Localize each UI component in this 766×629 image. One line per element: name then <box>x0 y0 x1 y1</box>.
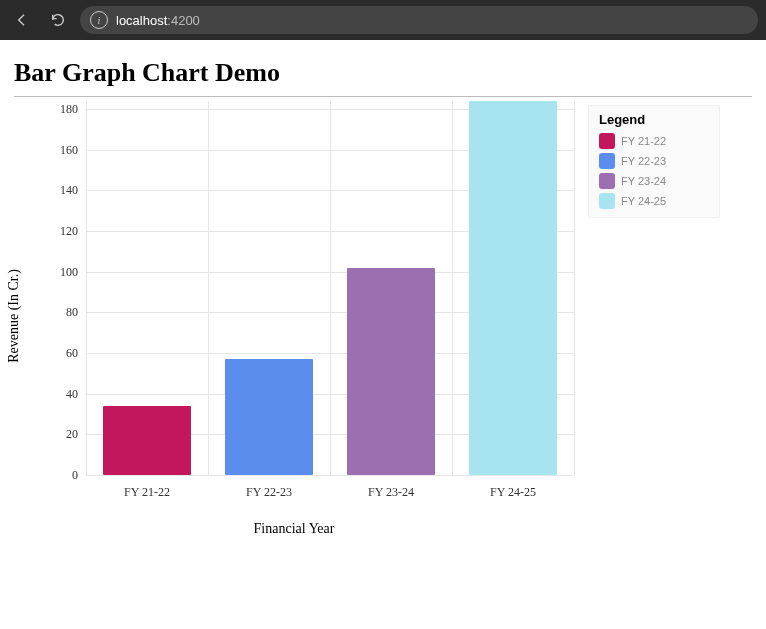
legend-item[interactable]: FY 24-25 <box>599 191 709 211</box>
legend-item[interactable]: FY 21-22 <box>599 131 709 151</box>
legend-swatch <box>599 173 615 189</box>
legend-label: FY 22-23 <box>621 155 666 167</box>
legend-item[interactable]: FY 23-24 <box>599 171 709 191</box>
browser-chrome: i localhost:4200 <box>0 0 766 40</box>
url-host: localhost <box>116 13 167 28</box>
x-axis-label: Financial Year <box>254 521 335 537</box>
x-tick-label: FY 22-23 <box>246 485 292 500</box>
x-tick-label: FY 24-25 <box>490 485 536 500</box>
x-tick-label: FY 23-24 <box>368 485 414 500</box>
y-tick-label: 100 <box>60 264 78 279</box>
legend-swatch <box>599 193 615 209</box>
x-tick-label: FY 21-22 <box>124 485 170 500</box>
legend: Legend FY 21-22FY 22-23FY 23-24FY 24-25 <box>588 105 720 218</box>
gridline-vertical <box>574 101 575 475</box>
bar[interactable] <box>225 359 313 475</box>
bar[interactable] <box>469 101 557 475</box>
divider <box>14 96 752 97</box>
y-axis-label: Revenue (In Cr.) <box>6 269 22 363</box>
legend-title: Legend <box>599 112 709 127</box>
page-title: Bar Graph Chart Demo <box>14 58 752 88</box>
back-icon[interactable] <box>8 6 36 34</box>
y-tick-label: 60 <box>66 346 78 361</box>
y-tick-label: 120 <box>60 224 78 239</box>
y-tick-label: 140 <box>60 183 78 198</box>
address-bar[interactable]: i localhost:4200 <box>80 6 758 34</box>
page-content: Bar Graph Chart Demo Revenue (In Cr.) 02… <box>0 42 766 541</box>
gridline <box>86 475 574 476</box>
y-tick-label: 80 <box>66 305 78 320</box>
reload-icon[interactable] <box>44 6 72 34</box>
y-tick-label: 160 <box>60 142 78 157</box>
bars: FY 21-22FY 22-23FY 23-24FY 24-25 <box>86 101 574 475</box>
y-tick-label: 40 <box>66 386 78 401</box>
plot-area: 020406080100120140160180 FY 21-22FY 22-2… <box>86 101 574 475</box>
legend-label: FY 23-24 <box>621 175 666 187</box>
chart-container: Revenue (In Cr.) 02040608010012014016018… <box>14 101 752 531</box>
url-text: localhost:4200 <box>116 13 200 28</box>
y-tick-label: 20 <box>66 427 78 442</box>
chart: Revenue (In Cr.) 02040608010012014016018… <box>14 101 574 531</box>
legend-label: FY 21-22 <box>621 135 666 147</box>
y-tick-label: 0 <box>72 468 78 483</box>
legend-swatch <box>599 153 615 169</box>
y-tick-label: 180 <box>60 102 78 117</box>
legend-item[interactable]: FY 22-23 <box>599 151 709 171</box>
bar[interactable] <box>103 406 191 475</box>
bar[interactable] <box>347 268 435 475</box>
legend-label: FY 24-25 <box>621 195 666 207</box>
legend-swatch <box>599 133 615 149</box>
url-port: :4200 <box>167 13 200 28</box>
info-icon: i <box>90 11 108 29</box>
